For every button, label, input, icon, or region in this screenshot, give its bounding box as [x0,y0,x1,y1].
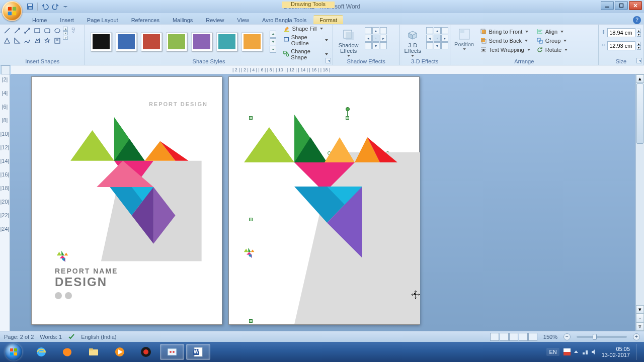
tab-selector[interactable] [1,65,10,74]
zoom-in-button[interactable]: + [633,333,640,340]
shape-arrow-icon[interactable] [13,26,22,35]
proofing-icon[interactable] [68,333,75,341]
scroll-down-button[interactable]: ▾ [636,305,644,314]
show-desktop-button[interactable] [636,344,641,360]
shapes-more[interactable]: ▿ [63,36,68,40]
office-button[interactable] [2,1,22,21]
align-button[interactable]: Align [534,28,570,36]
tab-page-layout[interactable]: Page Layout [81,16,124,24]
tab-home[interactable]: Home [26,16,53,24]
svg-rect-85 [564,352,571,355]
shape-star-icon[interactable] [43,36,52,45]
3d-effects-button[interactable]: 3-D Effects [403,27,423,58]
swatch-orange[interactable] [242,32,263,51]
width-down[interactable]: ▾ [637,46,641,50]
document-area[interactable]: |2||4||6||8||10||12||14||16||18||20||22|… [0,74,644,331]
height-up[interactable]: ▴ [637,29,641,33]
shape-oval-icon[interactable] [53,26,62,35]
style-gallery[interactable] [88,30,266,53]
width-input[interactable] [607,41,635,50]
taskbar-explorer-icon[interactable] [82,344,106,360]
scroll-thumb[interactable] [636,83,643,144]
shapes-scroll-up[interactable]: ▴ [63,27,68,31]
shape-rtriangle-icon[interactable] [13,36,22,45]
shape-rect-icon[interactable] [33,26,42,35]
tab-references[interactable]: References [125,16,166,24]
tray-up-icon[interactable] [573,348,580,355]
tab-insert[interactable]: Insert [54,16,80,24]
send-to-back-button[interactable]: Send to Back [478,37,532,45]
shape-fill-button[interactable]: Shape Fill [281,25,330,33]
height-down[interactable]: ▾ [637,33,641,37]
shape-line-icon[interactable] [3,26,12,35]
vertical-ruler[interactable]: |2||4||6||8||10||12||14||16||18||20||22|… [0,74,10,331]
status-page[interactable]: Page: 2 of 2 [4,334,34,340]
group-button[interactable]: Group [534,37,570,45]
shape-curve-icon[interactable] [23,36,32,45]
gallery-down[interactable] [270,38,276,45]
zoom-value[interactable]: 150% [543,334,557,340]
maximize-button[interactable] [615,1,628,10]
save-icon[interactable] [26,3,34,11]
shadow-effects-button[interactable]: Shadow Effects [336,27,362,58]
gallery-more[interactable] [270,46,276,53]
browse-next-button[interactable]: ▿ [636,322,644,331]
tab-review[interactable]: Review [200,16,230,24]
help-icon[interactable]: ? [633,16,641,24]
gallery-up[interactable] [270,31,276,38]
edit-shape-button[interactable] [69,26,78,35]
shapes-scroll-down[interactable]: ▾ [63,31,68,35]
text-wrapping-button[interactable]: Text Wrapping [478,46,532,54]
shape-outline-button[interactable]: Shape Outline [281,34,330,47]
taskbar-word-icon[interactable]: W [186,344,210,360]
shape-triangle-icon[interactable] [3,36,12,45]
width-up[interactable]: ▴ [637,42,641,46]
tray-flag-icon[interactable] [564,348,571,355]
horizontal-ruler[interactable]: | 2 | | 2 | | 4 | | 6 | | 8 | | 10 | | 1… [11,65,644,74]
status-lang[interactable]: English (India) [81,334,116,340]
tab-view[interactable]: View [231,16,255,24]
taskbar-firefox-icon[interactable] [55,344,79,360]
minimize-button[interactable] [601,1,614,10]
view-buttons[interactable] [490,333,537,341]
scroll-up-button[interactable]: ▴ [636,74,644,83]
shape-double-arrow-icon[interactable] [23,26,32,35]
tray-network-icon[interactable] [582,348,589,355]
zoom-slider[interactable] [577,336,627,338]
swatch-purple[interactable] [191,32,212,51]
swatch-blue[interactable] [116,32,137,51]
status-words[interactable]: Words: 1 [40,334,62,340]
qat-customize-icon[interactable] [63,3,68,10]
close-button[interactable] [629,1,642,10]
page2-artwork[interactable] [229,77,420,325]
shape-textbox-icon[interactable] [53,36,62,45]
vertical-scrollbar[interactable]: ▴ ▾ ◦ ▿ [635,74,644,331]
rotate-button[interactable]: Rotate [534,46,570,54]
browse-prev-button[interactable]: ◦ [636,314,644,322]
bring-to-front-button[interactable]: Bring to Front [478,28,532,36]
swatch-green[interactable] [166,32,187,51]
position-button[interactable]: Position [453,26,476,54]
shape-freeform-icon[interactable] [33,36,42,45]
undo-icon[interactable] [41,3,49,11]
taskbar-record-icon[interactable] [134,344,158,360]
start-button[interactable] [0,342,27,362]
size-launcher[interactable] [636,58,642,63]
swatch-black[interactable] [91,32,112,51]
tray-volume-icon[interactable] [591,348,598,355]
swatch-teal[interactable] [216,32,237,51]
3d-tilt-pad[interactable]: ▴ ◂◦▸ ▾ [426,27,448,49]
taskbar-ie-icon[interactable] [29,344,53,360]
tab-mailings[interactable]: Mailings [167,16,199,24]
height-input[interactable] [607,28,635,37]
shape-styles-launcher[interactable] [326,58,331,63]
shape-roundrect-icon[interactable] [43,26,52,35]
shadow-nudge-pad[interactable]: ▴ ◂◦▸ ▾ [365,27,387,49]
tray-clock[interactable]: 05:0513-02-2017 [602,346,630,358]
taskbar-snipping-icon[interactable] [160,344,184,360]
lang-indicator[interactable]: EN [546,348,559,356]
redo-icon[interactable] [52,3,60,11]
swatch-red[interactable] [141,32,162,51]
taskbar-wmplayer-icon[interactable] [108,344,132,360]
zoom-out-button[interactable]: − [564,333,571,340]
